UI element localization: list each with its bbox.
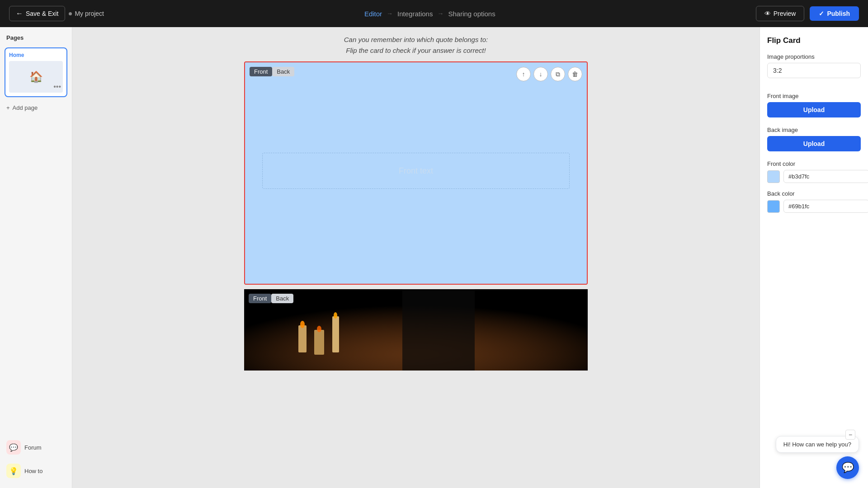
flip-card-front: Front Back ↑ ↓ ⧉ 🗑 Front text	[245, 62, 587, 284]
preview-button[interactable]: 👁 Preview	[756, 6, 805, 21]
proportions-label: Image proportions	[767, 53, 861, 60]
publish-label: Publish	[827, 10, 850, 17]
page-card-title: Home	[9, 52, 63, 58]
pages-title: Pages	[5, 34, 67, 41]
chat-icon: 💬	[842, 462, 854, 474]
howto-button[interactable]: 💡 How to	[5, 461, 67, 481]
checkmark-icon: ✓	[819, 10, 824, 17]
front-color-label: Front color	[767, 160, 861, 167]
right-panel: Flip Card Image proportions 1:1 3:2 4:3 …	[760, 27, 868, 488]
front-tab-2[interactable]: Front	[249, 294, 271, 303]
flip-card-tabs: Front Back	[250, 67, 294, 76]
back-tab[interactable]: Back	[272, 67, 294, 76]
add-page-label: Add page	[13, 104, 38, 111]
flip-card2-image	[244, 289, 588, 371]
save-exit-button[interactable]: ← Save & Exit	[9, 6, 65, 21]
nav-step-integrations[interactable]: Integrations	[397, 10, 433, 18]
forum-label: Forum	[24, 444, 42, 451]
upload-back-button[interactable]: Upload	[767, 136, 861, 151]
chat-minimize-button[interactable]: −	[845, 430, 855, 440]
svg-point-6	[317, 326, 321, 332]
flip-card-selected-border: Front Back ↑ ↓ ⧉ 🗑 Front text	[244, 61, 588, 285]
preview-label: Preview	[774, 10, 796, 17]
chat-bubble-container: − Hi! How can we help you?	[776, 436, 859, 453]
proportions-section: Image proportions 1:1 3:2 4:3 16:9	[767, 53, 861, 85]
top-navigation: ← Save & Exit My project Editor → Integr…	[0, 0, 868, 27]
nav-left: ← Save & Exit My project	[9, 6, 104, 21]
back-arrow-icon: ←	[16, 9, 23, 18]
unsaved-dot-icon	[69, 12, 72, 15]
svg-rect-2	[298, 325, 307, 352]
forum-button[interactable]: 💬 Forum	[5, 437, 67, 457]
candle-svg	[244, 289, 588, 371]
nav-right: 👁 Preview ✓ Publish	[756, 6, 859, 21]
back-tab-2[interactable]: Back	[271, 294, 293, 303]
nav-arrow-2: →	[437, 10, 443, 17]
publish-button[interactable]: ✓ Publish	[810, 6, 859, 21]
app-body: Pages Home 🏠 ••• + Add page 💬 Forum 💡 Ho…	[0, 27, 868, 488]
front-color-row	[767, 170, 861, 183]
delete-button[interactable]: 🗑	[568, 67, 582, 81]
canvas-content: Can you remember into which quote belong…	[72, 27, 760, 389]
back-image-section: Back image Upload	[767, 127, 861, 153]
front-color-swatch[interactable]	[767, 170, 780, 183]
save-exit-label: Save & Exit	[26, 10, 58, 17]
nav-step-editor[interactable]: Editor	[364, 10, 382, 18]
canvas-hint: Can you remember into which quote belong…	[244, 27, 588, 61]
page-card-home[interactable]: Home 🏠 •••	[5, 47, 67, 97]
move-down-button[interactable]: ↓	[533, 67, 548, 81]
flip-card-1[interactable]: Front Back ↑ ↓ ⧉ 🗑 Front text	[244, 61, 588, 285]
back-color-label: Back color	[767, 190, 861, 197]
front-text-box[interactable]: Front text	[262, 153, 570, 189]
proportions-select[interactable]: 1:1 3:2 4:3 16:9	[767, 63, 861, 78]
front-color-input[interactable]	[783, 170, 868, 183]
flip-card2-tabs: Front Back	[249, 294, 293, 303]
chat-message: Hi! How can we help you?	[783, 441, 851, 448]
hint-line2: Flip the card to check if your answer is…	[346, 47, 486, 54]
front-image-section: Front image Upload	[767, 93, 861, 119]
page-more-button[interactable]: •••	[53, 83, 61, 91]
nav-arrow-1: →	[387, 10, 393, 17]
hint-line1: Can you remember into which quote belong…	[344, 36, 488, 43]
forum-icon: 💬	[6, 440, 21, 455]
svg-rect-8	[402, 289, 475, 371]
howto-icon: 💡	[6, 464, 21, 478]
plus-icon: +	[6, 104, 10, 111]
back-color-row	[767, 200, 861, 213]
project-name: My project	[69, 10, 104, 17]
back-color-input[interactable]	[783, 200, 868, 213]
sidebar: Pages Home 🏠 ••• + Add page 💬 Forum 💡 Ho…	[0, 27, 72, 488]
flip-card-2[interactable]: Front Back	[244, 289, 588, 371]
move-up-button[interactable]: ↑	[516, 67, 531, 81]
back-color-section: Back color	[767, 190, 861, 213]
panel-title: Flip Card	[767, 36, 861, 45]
back-image-label: Back image	[767, 127, 861, 133]
svg-point-5	[300, 321, 305, 328]
svg-point-7	[334, 312, 337, 319]
flip-card-actions: ↑ ↓ ⧉ 🗑	[516, 67, 582, 81]
front-image-label: Front image	[767, 93, 861, 99]
chat-open-button[interactable]: 💬	[836, 456, 859, 479]
nav-steps: Editor → Integrations → Sharing options	[364, 10, 495, 18]
svg-rect-3	[314, 330, 324, 355]
front-tab[interactable]: Front	[250, 67, 272, 76]
upload-front-button[interactable]: Upload	[767, 102, 861, 117]
eye-icon: 👁	[764, 10, 771, 17]
svg-rect-4	[332, 316, 339, 352]
page-thumbnail: 🏠 •••	[9, 61, 63, 93]
front-text-label: Front text	[399, 166, 433, 176]
nav-step-sharing[interactable]: Sharing options	[448, 10, 495, 18]
howto-label: How to	[24, 468, 42, 474]
chat-widget: − Hi! How can we help you? 💬	[776, 436, 859, 479]
back-color-swatch[interactable]	[767, 200, 780, 213]
home-thumb-icon: 🏠	[29, 70, 43, 83]
main-canvas[interactable]: Can you remember into which quote belong…	[72, 27, 760, 488]
add-page-button[interactable]: + Add page	[5, 102, 67, 114]
front-color-section: Front color	[767, 160, 861, 183]
sidebar-tools: 💬 Forum 💡 How to	[5, 437, 67, 481]
duplicate-button[interactable]: ⧉	[551, 67, 565, 81]
